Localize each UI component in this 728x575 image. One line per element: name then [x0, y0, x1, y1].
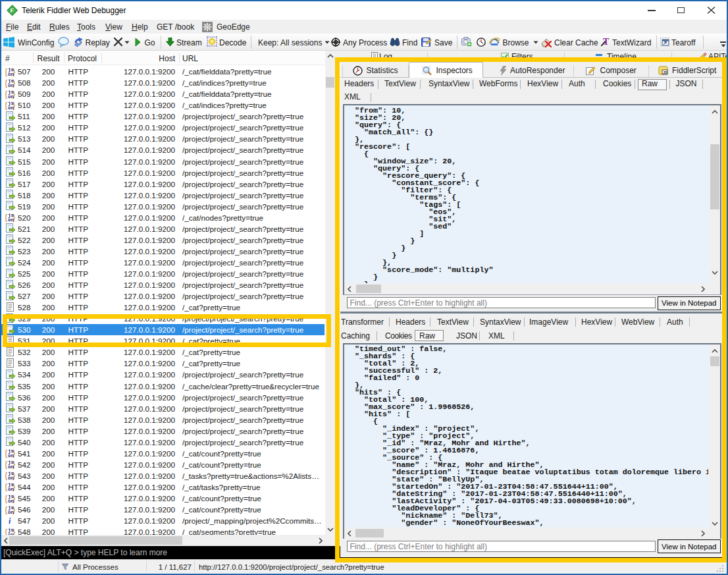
svg-text:on: on: [8, 217, 14, 222]
svg-text:on: on: [8, 105, 14, 110]
svg-text:on: on: [8, 487, 14, 491]
svg-text:on: on: [8, 464, 14, 469]
svg-text:T: T: [603, 37, 610, 47]
svg-text:F: F: [11, 7, 14, 14]
svg-text:on: on: [8, 94, 14, 99]
svg-text:on: on: [8, 476, 14, 480]
svg-text:i: i: [9, 516, 11, 526]
svg-text:on: on: [8, 499, 14, 503]
svg-text:on: on: [8, 453, 14, 458]
svg-text:on: on: [8, 72, 14, 76]
svg-text:on: on: [8, 83, 14, 88]
svg-text:on: on: [8, 510, 14, 514]
